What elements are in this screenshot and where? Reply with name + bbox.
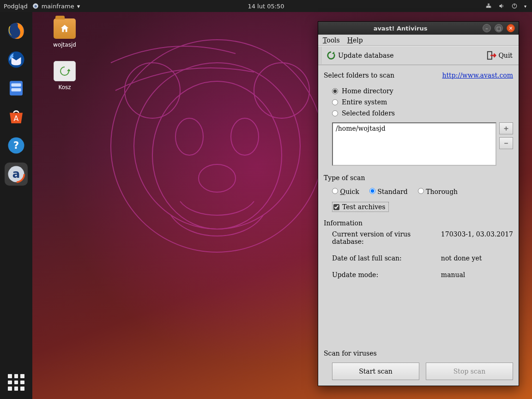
stop-scan-button[interactable]: Stop scan — [426, 363, 513, 380]
type-of-scan-label: Type of scan — [324, 174, 513, 181]
minimize-button[interactable]: – — [483, 24, 491, 32]
app-menu[interactable]: a mainframe ▾ — [32, 3, 80, 10]
desktop-home-label: wojtasjd — [46, 42, 83, 48]
last-scan-label: Date of last full scan: — [332, 254, 441, 262]
dock-avast[interactable]: a — [5, 163, 28, 186]
checkbox-test-archives[interactable]: Test archives — [332, 202, 389, 212]
chevron-down-icon: ▾ — [77, 3, 80, 10]
dock-firefox[interactable] — [5, 19, 28, 42]
dock: A ? a — [0, 12, 32, 399]
svg-text:?: ? — [13, 140, 19, 151]
toolbar-grip[interactable] — [318, 47, 322, 64]
db-version-label: Current version of virus database: — [332, 230, 441, 245]
radio-standard-label: Standard — [377, 188, 408, 195]
update-database-button[interactable]: Update database — [323, 47, 400, 64]
network-icon[interactable] — [485, 3, 492, 9]
radio-entire-system[interactable]: Entire system — [332, 98, 513, 106]
update-mode-label: Update mode: — [332, 271, 441, 278]
menu-tools[interactable]: Tools — [323, 36, 340, 44]
radio-entire-label: Entire system — [342, 98, 387, 106]
radio-quick[interactable]: Quick — [332, 188, 359, 195]
quit-label: Quit — [498, 52, 513, 59]
svg-point-16 — [134, 63, 300, 229]
volume-icon[interactable] — [498, 3, 505, 9]
radio-selected-label: Selected folders — [342, 109, 395, 117]
window-title: avast! Antivirus — [322, 25, 479, 32]
start-scan-button[interactable]: Start scan — [332, 363, 419, 380]
remove-folder-button[interactable]: － — [499, 137, 513, 149]
radio-selected-folders[interactable]: Selected folders — [332, 109, 513, 117]
svg-point-19 — [231, 118, 259, 155]
add-folder-button[interactable]: ＋ — [499, 122, 513, 134]
quit-button[interactable]: Quit — [483, 47, 519, 64]
svg-rect-8 — [12, 88, 21, 91]
svg-point-15 — [111, 40, 323, 252]
svg-text:A: A — [14, 114, 19, 123]
avast-menu-icon: a — [32, 3, 39, 9]
top-panel: Podgląd a mainframe ▾ 14 lut 05:50 ▾ — [0, 0, 532, 12]
select-folders-label: Select folders to scan — [324, 72, 394, 79]
app-menu-label: mainframe — [42, 3, 74, 10]
svg-point-18 — [175, 118, 203, 155]
activities-button[interactable]: Podgląd — [4, 3, 28, 10]
wallpaper-art — [88, 26, 346, 284]
avast-link[interactable]: http://www.avast.com — [442, 72, 513, 79]
svg-point-20 — [199, 164, 236, 192]
folder-list[interactable]: /home/wojtasjd — [332, 122, 496, 166]
svg-text:a: a — [12, 167, 20, 181]
maximize-button[interactable]: ▢ — [495, 24, 503, 32]
folder-icon — [54, 18, 76, 39]
dock-thunderbird[interactable] — [5, 48, 28, 71]
power-icon[interactable] — [511, 3, 518, 9]
clock[interactable]: 14 lut 05:50 — [248, 3, 284, 10]
svg-point-22 — [254, 63, 309, 118]
show-applications[interactable] — [8, 374, 24, 391]
desktop-trash-label: Kosz — [46, 84, 83, 91]
avast-window: avast! Antivirus – ▢ ✕ Tools Help Update… — [318, 21, 519, 386]
svg-text:a: a — [34, 4, 37, 8]
radio-thorough-label: Thorough — [426, 188, 458, 195]
dock-files[interactable] — [5, 77, 28, 100]
test-archives-label: Test archives — [342, 203, 386, 211]
close-button[interactable]: ✕ — [507, 24, 515, 32]
toolbar: Update database Quit — [318, 46, 519, 65]
radio-thorough[interactable]: Thorough — [418, 188, 458, 195]
db-version-value: 170303-1, 03.03.2017 — [441, 230, 513, 245]
svg-point-17 — [152, 81, 282, 229]
radio-standard[interactable]: Standard — [369, 188, 408, 195]
dock-software[interactable]: A — [5, 105, 28, 128]
radio-home-label: Home directory — [342, 87, 393, 95]
exit-icon — [486, 50, 496, 60]
titlebar[interactable]: avast! Antivirus – ▢ ✕ — [318, 22, 519, 35]
update-label: Update database — [338, 52, 394, 59]
update-mode-value: manual — [441, 271, 513, 278]
trash-icon — [54, 61, 76, 81]
last-scan-value: not done yet — [441, 254, 513, 262]
desktop-home-folder[interactable]: wojtasjd — [46, 18, 83, 48]
dock-help[interactable]: ? — [5, 134, 28, 157]
radio-home-directory[interactable]: Home directory — [332, 87, 513, 95]
scan-for-viruses-label: Scan for viruses — [324, 350, 513, 357]
menu-help[interactable]: Help — [347, 36, 363, 44]
folder-list-item[interactable]: /home/wojtasjd — [336, 125, 493, 132]
desktop-trash[interactable]: Kosz — [46, 61, 83, 91]
menubar: Tools Help — [318, 35, 519, 46]
refresh-icon — [326, 50, 336, 60]
svg-rect-7 — [12, 84, 21, 87]
information-label: Information — [324, 219, 513, 227]
chevron-down-icon[interactable]: ▾ — [524, 4, 526, 9]
